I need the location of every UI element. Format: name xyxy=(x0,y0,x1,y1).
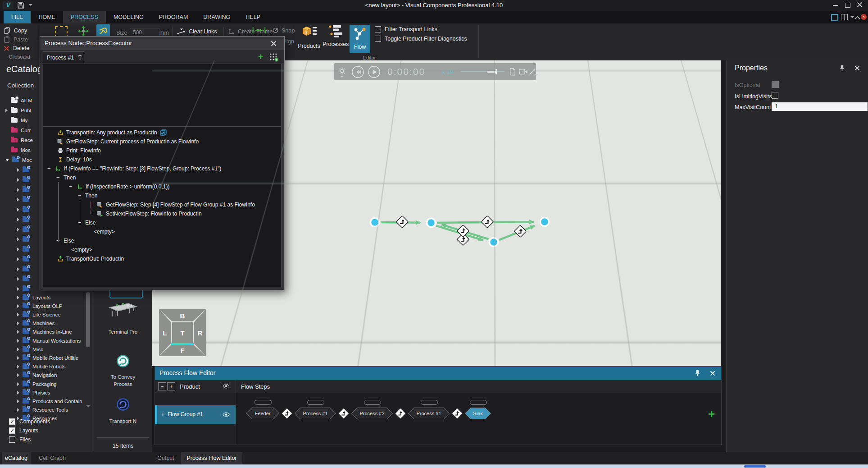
transport-link-icon[interactable] xyxy=(451,408,463,421)
scroll-down-icon[interactable] xyxy=(86,405,91,408)
collapse-toggle[interactable]: − xyxy=(69,184,73,189)
statement-row[interactable]: TransportOut: ProductIn xyxy=(43,254,281,263)
flow-step-chip[interactable]: Process #1 xyxy=(295,408,336,419)
add-routine-button[interactable]: + xyxy=(258,52,264,62)
ribbon-tab-help[interactable]: HELP xyxy=(238,11,268,23)
collapse-all-button[interactable]: − xyxy=(158,382,166,390)
expand-icon[interactable] xyxy=(17,373,19,377)
expand-icon[interactable] xyxy=(17,321,19,325)
eye-icon[interactable] xyxy=(223,412,230,418)
pin-panel-icon[interactable] xyxy=(695,370,700,378)
pin-panel-icon[interactable] xyxy=(839,65,845,73)
expand-icon[interactable] xyxy=(17,198,19,202)
statement-row[interactable]: −Then xyxy=(43,173,281,182)
split-view-icon[interactable] xyxy=(841,14,848,20)
copy-button[interactable]: Copy xyxy=(4,27,27,34)
collapse-toggle[interactable]: − xyxy=(78,220,82,225)
component-label[interactable]: Terminal Pro xyxy=(93,329,153,335)
statement-row[interactable]: TransportIn: Any product as ProductIn xyxy=(43,128,281,137)
flow-button[interactable]: Flow xyxy=(350,25,370,53)
flow-node[interactable] xyxy=(371,218,379,227)
flow-step-capsule[interactable] xyxy=(307,400,324,405)
clear-links-button[interactable]: Clear Links xyxy=(177,28,217,35)
viewport-layout-icon[interactable] xyxy=(831,14,838,21)
flow-node[interactable] xyxy=(490,238,498,247)
flow-group-row[interactable]: + Flow Group #1 xyxy=(155,405,236,424)
transport-link-icon[interactable] xyxy=(396,216,409,228)
collapse-toggle[interactable]: − xyxy=(56,175,61,180)
collapse-toggle[interactable]: − xyxy=(78,193,82,198)
flow-node[interactable] xyxy=(427,219,436,227)
expand-icon[interactable] xyxy=(17,257,19,261)
record-video-icon[interactable] xyxy=(519,69,528,76)
flow-step-chip[interactable]: Feeder xyxy=(246,408,279,419)
editor-checkbox-1[interactable] xyxy=(375,36,381,42)
component-thumb-toconveyor[interactable] xyxy=(116,354,130,369)
islimitingvisits-checkbox[interactable] xyxy=(772,92,778,99)
expand-icon[interactable] xyxy=(17,339,19,343)
expand-icon[interactable] xyxy=(17,267,19,271)
products-button[interactable]: T Products xyxy=(297,24,321,49)
expand-icon[interactable] xyxy=(17,313,19,317)
close-button[interactable] xyxy=(857,2,863,9)
transport-link-icon[interactable] xyxy=(281,408,293,421)
snap-button[interactable]: Snap xyxy=(272,27,295,34)
speed-slider-track[interactable] xyxy=(460,71,504,72)
flow-node[interactable] xyxy=(541,218,549,226)
expand-icon[interactable] xyxy=(17,296,19,299)
restore-button[interactable] xyxy=(845,3,850,8)
ribbon-tab-program[interactable]: PROGRAM xyxy=(151,11,196,23)
minimize-button[interactable] xyxy=(833,5,838,6)
statement-row[interactable]: −If (FlowInfo == "FlowInfo: Step: [3] Fl… xyxy=(43,164,281,173)
flow-step-capsule[interactable] xyxy=(254,400,272,405)
ribbon-tab-process[interactable]: PROCESS xyxy=(63,11,106,23)
measure-tool-icon[interactable] xyxy=(250,26,268,36)
filter-checkbox-files[interactable] xyxy=(9,436,15,443)
component-label-line2[interactable]: Process xyxy=(93,381,153,387)
paste-button[interactable]: Paste xyxy=(4,36,28,43)
expand-icon[interactable] xyxy=(17,348,19,351)
transport-link-icon[interactable] xyxy=(395,408,406,421)
statement-row[interactable]: Delay: 10s xyxy=(43,155,281,164)
reset-button[interactable] xyxy=(351,65,364,80)
statement-row[interactable]: <empty> xyxy=(43,227,281,236)
statement-row[interactable]: −If (InspectionRate > uniform(0,0,1)) xyxy=(43,182,281,191)
expand-icon[interactable] xyxy=(17,304,19,308)
editor-checkbox-0[interactable] xyxy=(375,26,381,32)
expand-icon[interactable] xyxy=(17,382,19,386)
component-thumb-transportnode[interactable] xyxy=(116,398,130,413)
copy-check-icon[interactable] xyxy=(160,129,167,136)
statement-editor[interactable]: TransportIn: Any product as ProductInGet… xyxy=(43,64,282,287)
statement-row[interactable]: ├GetFlowStep: Step [4] FlowStep of Flow … xyxy=(43,200,281,209)
expand-icon[interactable] xyxy=(17,228,19,231)
filter-checkbox-layouts[interactable]: ✓ xyxy=(9,427,15,434)
speed-slider-handle[interactable] xyxy=(495,69,497,74)
ribbon-tab-file[interactable]: FILE xyxy=(4,11,31,23)
delete-routine-icon[interactable] xyxy=(77,54,82,61)
expand-icon[interactable] xyxy=(17,365,19,368)
collapse-toggle[interactable]: − xyxy=(56,239,61,243)
flow-step-chip[interactable]: Process #1 xyxy=(408,408,450,419)
maxvisitcount-input[interactable]: 1 xyxy=(772,102,868,111)
statement-row[interactable]: <empty> xyxy=(43,245,281,254)
expand-icon[interactable] xyxy=(17,168,19,172)
select-connected-tool-icon[interactable] xyxy=(96,24,110,37)
expand-icon[interactable] xyxy=(17,218,19,221)
ribbon-tab-drawing[interactable]: DRAWING xyxy=(195,11,238,23)
experience-wand-icon[interactable] xyxy=(529,68,536,77)
bottom-tab-ecatalog[interactable]: eCatalog xyxy=(2,452,31,464)
expand-icon[interactable] xyxy=(17,391,19,395)
export-pdf-icon[interactable] xyxy=(509,68,516,77)
routine-grid-icon[interactable] xyxy=(269,52,278,63)
expand-icon[interactable] xyxy=(17,330,19,334)
expand-icon[interactable] xyxy=(17,248,19,251)
component-thumb-conveyor[interactable] xyxy=(106,298,140,321)
expand-icon[interactable] xyxy=(17,408,19,412)
expand-icon[interactable] xyxy=(5,109,8,112)
processes-button[interactable]: Processes xyxy=(323,24,349,47)
flow-step-chip[interactable]: Process #2 xyxy=(351,408,393,419)
filter-checkbox-components[interactable]: ✓ xyxy=(9,418,15,425)
statement-row[interactable]: −Else xyxy=(43,218,281,227)
dialog-titlebar[interactable]: Process Node::ProcessExecutor xyxy=(40,37,284,50)
expand-all-button[interactable]: + xyxy=(167,382,175,390)
